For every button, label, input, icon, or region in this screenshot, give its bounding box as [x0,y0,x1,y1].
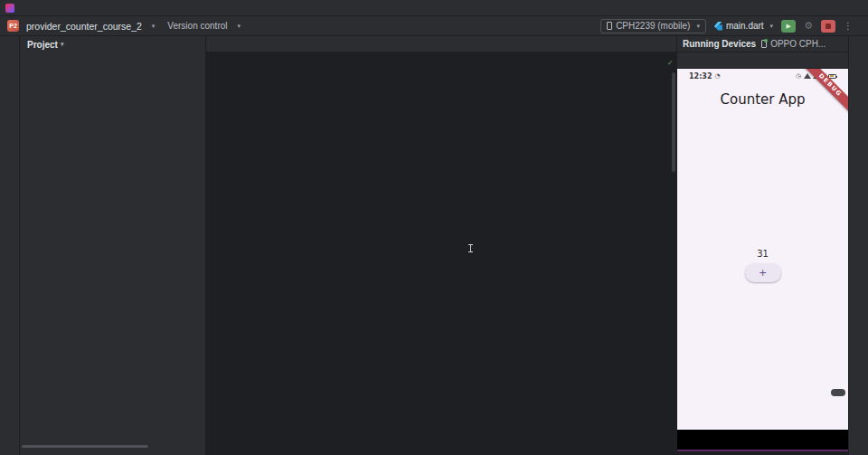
inspections-ok-icon[interactable]: ✓ [668,58,673,67]
device-nav-bar [677,430,848,450]
vcs-selector[interactable]: Version control [167,21,227,31]
chevron-down-icon: ▾ [696,23,700,30]
zoom-controls [831,389,845,396]
data-saver-icon: ◔ [714,72,720,80]
flutter-icon [714,22,722,31]
editor: ✓ [206,36,676,455]
project-tree [20,52,205,455]
project-panel: Project ▾ [20,36,206,455]
text-cursor [470,244,471,252]
run-button[interactable]: ▶ [781,20,796,33]
device-tab[interactable]: OPPO CPH... [761,39,826,49]
project-panel-title[interactable]: Project [27,40,58,50]
chevron-down-icon: ▾ [61,41,64,48]
alarm-icon: ◷ [796,72,801,80]
project-selector[interactable]: provider_counter_course_2 [26,21,142,32]
stop-button[interactable] [821,20,835,33]
phone-online-icon [761,40,767,48]
editor-scrollbar[interactable] [672,72,675,172]
run-configuration[interactable]: main.dart ▾ [714,21,773,31]
chevron-down-icon: ▾ [238,23,241,30]
more-actions-button[interactable]: ⋮ [844,21,853,31]
app-bar-title: Counter App [677,91,848,108]
project-badge: P2 [7,20,19,32]
increment-button[interactable]: + [745,263,781,282]
wifi-icon [804,73,811,79]
app-logo-icon [5,4,14,13]
right-tool-stripe [848,36,868,455]
code-area[interactable]: ✓ [206,52,676,455]
running-devices-panel: Running Devices OPPO CPH... 12:32 ◔ ◷ [676,36,848,455]
chevron-down-icon: ▾ [770,23,774,30]
editor-tabs [206,36,676,52]
counter-value: 31 [757,249,769,259]
phone-icon [607,22,612,30]
device-selector[interactable]: CPH2239 (mobile) ▾ [600,19,706,33]
device-time: 12:32 [689,72,712,81]
horizontal-scrollbar[interactable] [22,445,148,448]
device-toolbar [677,52,848,69]
device-screen[interactable]: 12:32 ◔ ◷ Counter App DEBUG 31 + [677,69,848,430]
ide-window: P2 provider_counter_course_2▾ Version co… [0,0,868,455]
running-devices-title: Running Devices [683,39,756,49]
debug-icon[interactable]: ⚙ [804,21,813,31]
main-toolbar: P2 provider_counter_course_2▾ Version co… [0,16,868,36]
chevron-down-icon: ▾ [152,23,156,30]
titlebar [0,0,868,16]
left-tool-stripe [0,36,20,455]
